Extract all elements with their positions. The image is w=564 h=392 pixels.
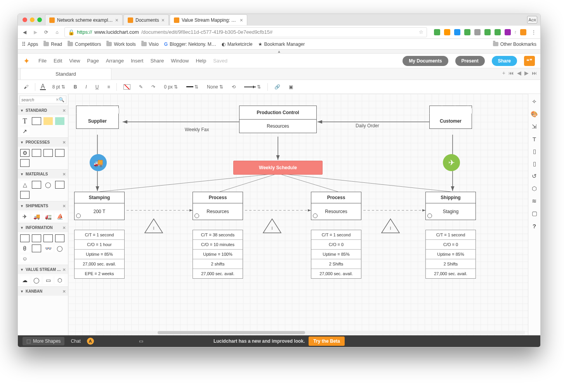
menu-window[interactable]: Window: [171, 58, 189, 64]
info-shape-icon[interactable]: ◯: [55, 245, 64, 252]
minimize-window-icon[interactable]: [30, 17, 35, 22]
process-node[interactable]: Stamping200 T: [74, 192, 125, 220]
reload-icon[interactable]: ⟳: [43, 29, 50, 36]
menu-arrange[interactable]: Arrange: [106, 58, 124, 64]
process-node[interactable]: ProcessResources: [193, 192, 243, 220]
arrow-shape-icon[interactable]: ↗: [20, 127, 30, 135]
info-shape-icon[interactable]: [20, 234, 30, 242]
my-documents-button[interactable]: My Documents: [403, 56, 448, 66]
line-solid-icon[interactable]: ⇅: [184, 83, 200, 91]
arrow-style-icon[interactable]: ⇅: [242, 83, 263, 91]
add-page-icon[interactable]: +: [502, 70, 505, 76]
section-processes[interactable]: ▼PROCESSES×: [18, 138, 68, 147]
data-box[interactable]: C/T = 38 secondsC/O = 10 minutesUptime =…: [193, 230, 243, 279]
italic-icon[interactable]: I: [83, 83, 89, 91]
extension-icon[interactable]: [454, 29, 460, 35]
history-icon[interactable]: ↺: [531, 172, 538, 180]
schedule-node[interactable]: Weekly Schedule: [233, 161, 323, 175]
bookmark-folder[interactable]: Read: [43, 42, 62, 47]
inventory-triangle-icon[interactable]: I: [381, 218, 400, 234]
vsm-shape-icon[interactable]: ▭: [43, 276, 53, 284]
bookmark-item[interactable]: GBlogger: Nektony. M…: [164, 42, 216, 47]
bookmark-folder[interactable]: Visio: [141, 42, 159, 47]
process-shape-icon[interactable]: [55, 149, 64, 157]
inventory-triangle-icon[interactable]: I: [144, 218, 163, 234]
extension-icon[interactable]: [505, 29, 511, 35]
line-curve-icon[interactable]: ↷: [149, 83, 157, 91]
search-icon[interactable]: 🔍: [59, 97, 64, 102]
info-shape-icon[interactable]: [32, 234, 41, 242]
other-bookmarks[interactable]: Other Bookmarks: [493, 42, 536, 47]
material-shape-icon[interactable]: [20, 191, 30, 199]
menu-file[interactable]: File: [38, 58, 47, 64]
section-materials[interactable]: ▼MATERIALS×: [18, 170, 68, 179]
section-vsm[interactable]: ▼VALUE STREAM …×: [18, 265, 68, 274]
factory-shape-icon[interactable]: ⚙: [20, 149, 30, 157]
section-standard[interactable]: ▼STANDARD×: [18, 106, 68, 115]
glasses-shape-icon[interactable]: 👓: [43, 245, 53, 252]
font-size-stepper[interactable]: 8 pt ⇅: [50, 83, 67, 91]
browser-tab-active[interactable]: Value Stream Mapping: Lucid×: [170, 14, 247, 25]
chat-label[interactable]: Chat: [71, 338, 80, 344]
shape-search[interactable]: × 🔍: [19, 95, 66, 104]
menu-insert[interactable]: Insert: [131, 58, 144, 64]
truck-icon[interactable]: 🚚: [90, 154, 107, 171]
more-shapes-button[interactable]: ⬚More Shapes: [23, 337, 64, 345]
last-page-icon[interactable]: ⏭: [532, 70, 537, 76]
browser-tab[interactable]: Network scheme example: Lu×: [45, 14, 123, 25]
image-icon[interactable]: ▣: [287, 83, 295, 91]
truck-shape-icon[interactable]: 🚚: [32, 213, 41, 220]
fill-color-icon[interactable]: [121, 83, 132, 91]
section-shipments[interactable]: ▼SHIPMENTS×: [18, 201, 68, 210]
canvas[interactable]: Supplier Customer Production ControlReso…: [68, 94, 528, 347]
material-shape-icon[interactable]: [55, 181, 64, 189]
data-box[interactable]: C/T = 1 secondC/O = 0Uptime = 85%2 Shift…: [425, 230, 476, 279]
production-control-node[interactable]: Production ControlResources: [239, 106, 317, 133]
underline-icon[interactable]: U: [94, 83, 101, 91]
page-alt-icon[interactable]: ▯: [531, 160, 538, 168]
extension-icon[interactable]: [464, 29, 470, 35]
bookmark-folder[interactable]: Work tools: [106, 42, 135, 47]
star-icon[interactable]: ☆: [419, 29, 423, 35]
help-icon[interactable]: ?: [531, 222, 538, 230]
extension-icon[interactable]: [484, 29, 491, 35]
menu-icon[interactable]: ⋮: [530, 29, 537, 36]
close-tab-icon[interactable]: ×: [161, 17, 165, 23]
menu-help[interactable]: Help: [196, 58, 206, 64]
extension-icon[interactable]: [495, 29, 501, 35]
note-shape-icon[interactable]: [43, 117, 53, 125]
search-input[interactable]: [21, 97, 56, 102]
try-beta-button[interactable]: Try the Beta: [309, 336, 345, 346]
bookmark-item[interactable]: ◐Marketcircle: [222, 42, 253, 47]
horizontal-scrollbar[interactable]: [95, 331, 525, 335]
paint-format-icon[interactable]: 🖌: [22, 83, 30, 91]
align-icon[interactable]: ≡: [105, 83, 112, 91]
app-logo-icon[interactable]: ✦: [23, 56, 30, 66]
close-window-icon[interactable]: [23, 17, 27, 22]
scrollbar-thumb[interactable]: [158, 331, 305, 334]
share-button[interactable]: Share: [492, 56, 517, 66]
extension-icon[interactable]: [434, 29, 440, 35]
supplier-node[interactable]: Supplier: [76, 106, 119, 129]
menu-page[interactable]: Page: [87, 58, 99, 64]
inventory-triangle-icon[interactable]: I: [262, 218, 282, 234]
popout-icon[interactable]: ▭: [139, 338, 143, 344]
close-tab-icon[interactable]: ×: [115, 17, 118, 23]
close-tab-icon[interactable]: ×: [240, 17, 243, 23]
data-box[interactable]: C/T = 1 secondC/O = 0Uptime = 85%2 Shift…: [311, 230, 361, 279]
menu-view[interactable]: View: [69, 58, 80, 64]
person-shape-icon[interactable]: ☺: [20, 255, 30, 262]
vsm-shape-icon[interactable]: ◯: [32, 276, 41, 284]
presentation-icon[interactable]: ▢: [531, 210, 538, 217]
extension-icon[interactable]: [520, 29, 526, 35]
process-shape-icon[interactable]: [43, 149, 53, 157]
navigator-icon[interactable]: ✧: [531, 98, 538, 106]
reverse-icon[interactable]: ⟲: [230, 83, 238, 91]
chat-avatar-icon[interactable]: A: [87, 338, 94, 345]
font-color-icon[interactable]: A: [40, 84, 46, 90]
present-button[interactable]: Present: [455, 56, 485, 66]
theme-icon[interactable]: 🎨: [531, 110, 538, 118]
info-shape-icon[interactable]: [55, 234, 64, 242]
process-shape-icon[interactable]: [32, 149, 41, 157]
first-page-icon[interactable]: ⏮: [508, 70, 514, 76]
